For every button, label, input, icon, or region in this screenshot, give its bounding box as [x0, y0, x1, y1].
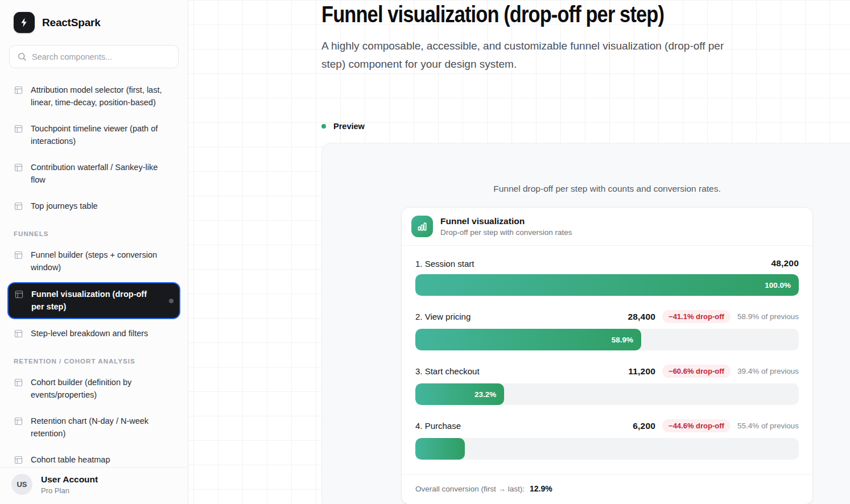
layout-icon — [14, 290, 24, 301]
lightning-bolt-icon — [19, 17, 30, 28]
step-bar-track — [415, 438, 799, 460]
sidebar-item-label: Attribution model selector (first, last,… — [31, 84, 174, 109]
sidebar-section-label: RETENTION / COHORT ANALYSIS — [7, 349, 180, 371]
sidebar-item[interactable]: Retention chart (N-day / N-week retentio… — [7, 410, 180, 445]
sidebar-nav: Attribution model selector (first, last,… — [0, 73, 188, 467]
layout-icon — [14, 124, 23, 136]
funnel-step: 2. View pricing28,400−41.1% drop-off58.9… — [415, 310, 799, 350]
page-title: Funnel visualization (drop-off per step) — [321, 1, 812, 27]
sidebar-item[interactable]: Contribution waterfall / Sankey-like flo… — [7, 156, 180, 192]
bar-chart-icon — [411, 216, 433, 237]
step-count: 6,200 — [633, 421, 655, 431]
sidebar-item-label: Funnel visualization (drop-off per step) — [31, 288, 162, 313]
bar-percent-label: 23.2% — [474, 390, 504, 399]
step-count: 28,400 — [628, 312, 655, 322]
page-subtitle: A highly composable, accessible, and cus… — [321, 37, 747, 73]
step-bar-fill: 23.2% — [415, 383, 504, 405]
app-title: ReactSpark — [42, 16, 101, 29]
step-count: 11,200 — [628, 366, 655, 377]
sidebar-item[interactable]: Funnel visualization (drop-off per step) — [7, 282, 180, 319]
funnel-card-title: Funnel visualization — [440, 216, 572, 226]
sidebar-item[interactable]: Cohort table heatmap — [7, 448, 180, 467]
user-account[interactable]: US User Account Pro Plan — [0, 467, 188, 504]
bar-percent-label: 100.0% — [765, 281, 799, 290]
funnel-steps: 1. Session start48,200100.0%2. View pric… — [402, 246, 812, 474]
sidebar-section-label: FUNNELS — [7, 222, 180, 243]
layout-icon — [14, 455, 23, 467]
step-label: 4. Purchase — [415, 421, 461, 431]
step-label: 1. Session start — [415, 259, 474, 268]
overall-conversion-value: 12.9% — [530, 484, 552, 493]
step-bar-fill: 100.0% — [415, 274, 799, 296]
funnel-card-footer: Overall conversion (first → last): 12.9% — [402, 474, 812, 504]
overall-conversion-label: Overall conversion (first → last): — [415, 485, 525, 493]
step-label: 2. View pricing — [415, 312, 471, 321]
search-input[interactable] — [32, 52, 171, 61]
layout-icon — [14, 329, 23, 341]
funnel-step: 1. Session start48,200100.0% — [415, 258, 799, 296]
preview-tab-label: Preview — [333, 122, 365, 131]
sidebar-item-label: Cohort table heatmap — [31, 454, 110, 466]
funnel-card-header: Funnel visualization Drop-off per step w… — [402, 208, 812, 246]
dropoff-badge: −60.6% drop-off — [662, 365, 731, 378]
previous-rate: 55.4% of previous — [737, 422, 799, 430]
funnel-step: 4. Purchase6,200−44.6% drop-off55.4% of … — [415, 419, 799, 460]
layout-icon — [14, 416, 23, 428]
sidebar-item[interactable]: Funnel builder (steps + conversion windo… — [7, 243, 180, 279]
dropoff-badge: −44.6% drop-off — [662, 419, 731, 432]
sidebar-item[interactable]: Top journeys table — [7, 195, 180, 219]
bar-percent-label: 58.9% — [612, 336, 641, 344]
sidebar-item[interactable]: Touchpoint timeline viewer (path of inte… — [7, 117, 180, 153]
layout-icon — [14, 201, 23, 213]
layout-icon — [14, 163, 23, 175]
active-dot — [169, 299, 174, 303]
tab-preview[interactable]: Preview — [321, 122, 850, 131]
sidebar-item[interactable]: Cohort builder (definition by events/pro… — [7, 371, 180, 407]
step-bar-fill — [415, 438, 465, 460]
preview-description: Funnel drop-off per step with counts and… — [322, 143, 850, 194]
sidebar-item-label: Touchpoint timeline viewer (path of inte… — [31, 123, 174, 147]
step-bar-track: 100.0% — [415, 274, 799, 296]
avatar: US — [11, 474, 32, 495]
funnel-step: 3. Start checkout11,200−60.6% drop-off39… — [415, 365, 799, 405]
sidebar-item-label: Retention chart (N-day / N-week retentio… — [31, 415, 174, 440]
brand: ReactSpark — [0, 0, 188, 43]
sidebar: ReactSpark Attribution model selector (f… — [0, 0, 188, 504]
dropoff-badge: −41.1% drop-off — [662, 310, 731, 323]
step-bar-track: 58.9% — [415, 329, 799, 350]
app-logo — [14, 12, 35, 33]
funnel-card-subtitle: Drop-off per step with conversion rates — [440, 228, 572, 237]
sidebar-item-label: Top journeys table — [31, 200, 98, 213]
sidebar-item-label: Contribution waterfall / Sankey-like flo… — [31, 162, 174, 186]
step-label: 3. Start checkout — [415, 366, 480, 376]
step-bar-track: 23.2% — [415, 383, 799, 405]
sidebar-item[interactable]: Step-level breakdown and filters — [7, 322, 180, 346]
step-count: 48,200 — [771, 258, 799, 268]
sidebar-item-label: Cohort builder (definition by events/pro… — [31, 377, 174, 401]
search-box[interactable] — [9, 45, 179, 68]
previous-rate: 39.4% of previous — [737, 367, 799, 375]
preview-status-dot — [321, 124, 326, 129]
layout-icon — [14, 250, 23, 262]
sidebar-item-label: Funnel builder (steps + conversion windo… — [31, 249, 174, 274]
funnel-card: Funnel visualization Drop-off per step w… — [401, 207, 813, 504]
app-window: ReactSpark Attribution model selector (f… — [0, 0, 850, 504]
user-plan: Pro Plan — [41, 486, 98, 495]
sidebar-item[interactable]: Attribution model selector (first, last,… — [7, 79, 180, 114]
layout-icon — [14, 378, 23, 390]
user-name: User Account — [41, 474, 98, 485]
previous-rate: 58.9% of previous — [737, 312, 799, 321]
search-icon — [17, 52, 27, 61]
layout-icon — [14, 85, 23, 97]
preview-panel: Funnel drop-off per step with counts and… — [321, 143, 850, 504]
sidebar-item-label: Step-level breakdown and filters — [31, 328, 148, 340]
main-area: Funnel visualization (drop-off per step)… — [188, 0, 850, 504]
step-bar-fill: 58.9% — [415, 329, 641, 350]
